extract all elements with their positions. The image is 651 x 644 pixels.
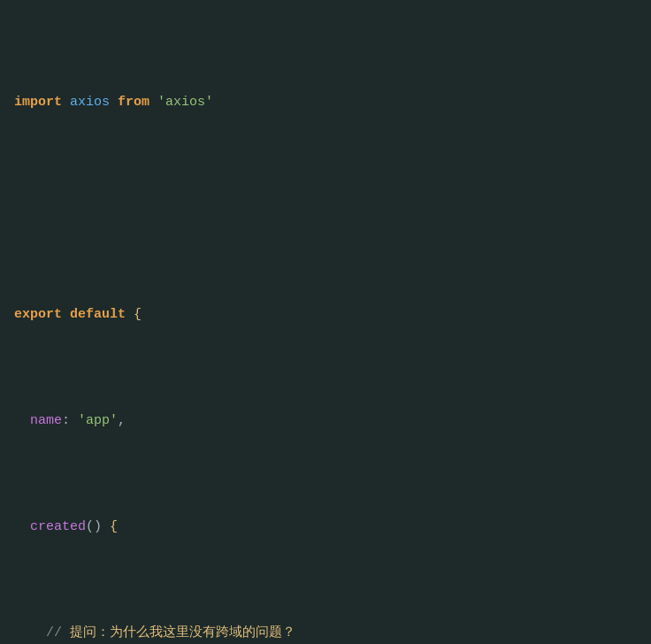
code-line-4: name: 'app',: [0, 410, 651, 432]
code-line-2: [0, 198, 651, 219]
code-editor: import axios from 'axios' export default…: [0, 0, 651, 644]
code-line-6: // 提问：为什么我这里没有跨域的问题？: [0, 623, 651, 644]
code-line-3: export default {: [0, 304, 651, 326]
code-line-1: import axios from 'axios': [0, 92, 651, 113]
code-line-5: created() {: [0, 517, 651, 538]
